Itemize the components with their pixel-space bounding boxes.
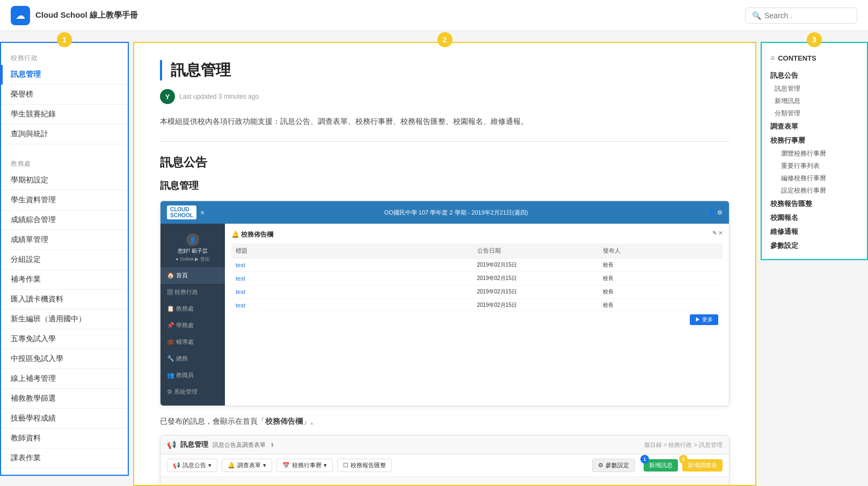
row3-author: 校長 — [603, 288, 718, 296]
toc-item-edit-calendar[interactable]: 編修校務行事曆 — [762, 172, 867, 185]
section-divider — [160, 141, 730, 142]
sub1-heading: 訊息管理 — [160, 179, 730, 192]
mockup2-btn-settings[interactable]: ⚙ 參數設定 — [592, 459, 635, 472]
main-content: 訊息管理 Y Last updated 3 minutes ago 本模組提供校… — [133, 42, 756, 486]
sidebar-section-1-label: 校務行政 — [1, 49, 128, 65]
settings-label: 參數設定 — [606, 461, 629, 469]
table-row: test 2019年02月15日 校長 — [231, 272, 723, 285]
toc-header: ≡ CONTENTS — [762, 49, 867, 69]
toc-item-important-events[interactable]: 重要行事列表 — [762, 160, 867, 172]
mockup1-teacher: 👥 教職員 — [161, 367, 225, 384]
toc-section-news[interactable]: 訊息公告 — [762, 69, 867, 83]
sidebar-item-vocational[interactable]: 技藝學程成績 — [1, 409, 128, 429]
toc-item-category[interactable]: 分類管理 — [762, 107, 867, 120]
mockup2-btn-announce[interactable]: 📢 訊息公告 ▾ — [167, 459, 217, 472]
avatar: Y — [160, 89, 175, 104]
row4-date: 2019年02月15日 — [477, 301, 593, 309]
mockup1-general: 🔧 總務 — [161, 350, 225, 367]
mockup2-btn-new-survey[interactable]: 新增調查表 — [682, 459, 723, 472]
mockup2-icon: 📢 — [167, 440, 176, 449]
toc-item-message-management[interactable]: 訊息管理 — [762, 83, 867, 95]
sidebar-item-grade-report[interactable]: 成績單管理 — [1, 230, 128, 250]
toc-section-repair[interactable]: 維修通報 — [762, 225, 867, 239]
calendar-dropdown: ▾ — [324, 462, 327, 469]
sidebar-item-five-year[interactable]: 五專免試入學 — [1, 329, 128, 349]
more-btn-row: ▶ 更多 — [231, 312, 723, 316]
badge-1: 1 — [57, 32, 72, 47]
mockup2-btn-report[interactable]: ☐ 校務報告匯整 — [337, 459, 392, 472]
more-btn[interactable]: ▶ 更多 — [690, 314, 718, 325]
table-row: test 2019年02月15日 校長 — [231, 299, 723, 312]
toc-section-report[interactable]: 校務報告匯整 — [762, 197, 867, 211]
toc-item-set-calendar[interactable]: 設定校務行事曆 — [762, 185, 867, 197]
mockup1-controls: 👤 ⚙ — [708, 209, 723, 216]
toc-item-browse-calendar[interactable]: 瀏覽校務行事曆 — [762, 148, 867, 160]
action-buttons: 新增訊息 1 新增調查表 2 — [644, 459, 723, 472]
sidebar-item-schedule[interactable]: 課表作業 — [1, 448, 128, 468]
sidebar-item-student-data[interactable]: 學生資料管理 — [1, 190, 128, 210]
header: ☁ Cloud School 線上教學手冊 🔍 — [0, 0, 868, 31]
sidebar-divider — [1, 144, 128, 155]
survey-dropdown: ▾ — [263, 462, 266, 469]
toc-section-calendar[interactable]: 校務行事曆 — [762, 134, 867, 148]
toc-section-params[interactable]: 參數設定 — [762, 239, 867, 253]
mockup2-btn-new-msg[interactable]: 新增訊息 — [644, 459, 678, 472]
sidebar-item-card-import[interactable]: 匯入讀卡機資料 — [1, 290, 128, 310]
row2-title: test — [236, 275, 466, 282]
description: 本模組提供校內各項行政功能支援：訊息公告、調查表單、校務行事曆、校務報告匯整、校… — [160, 115, 730, 128]
sidebar-item-zhongtou[interactable]: 中投區免試入學 — [1, 349, 128, 369]
toc-item-new-message[interactable]: 新增訊息 — [762, 95, 867, 107]
caption: 已發布的訊息，會顯示在首頁「校務佈告欄」。 — [160, 417, 730, 426]
row1-date: 2019年02月15日 — [477, 261, 593, 269]
mockup2-body: ... — [161, 477, 729, 486]
survey-icon: 🔔 — [228, 462, 235, 469]
mockup1-user: 👤 您好! 範子苡 ● Online ▶ 登出 — [161, 229, 225, 267]
sidebar-item-honor[interactable]: 榮譽榜 — [1, 85, 128, 105]
sidebar-item-message-management[interactable]: 訊息管理 — [1, 65, 128, 85]
search-input[interactable] — [764, 11, 850, 20]
sidebar-item-query[interactable]: 查詢與統計 — [1, 124, 128, 144]
report-icon: ☐ — [343, 462, 348, 469]
sidebar-item-online-exam[interactable]: 線上補考管理 — [1, 369, 128, 389]
mockup2-btn-calendar[interactable]: 📅 校務行事曆 ▾ — [276, 459, 333, 472]
row3-title: test — [236, 289, 466, 295]
calendar-label: 校務行事曆 — [292, 461, 322, 469]
mockup1-main: 🔔 校務佈告欄 ✎ ✕ 標題 公告日期 發布人 test 2019年02月15日 — [225, 224, 729, 406]
logo-icon: ☁ — [11, 6, 30, 25]
row1-author: 校長 — [603, 261, 718, 269]
toc-section-enroll[interactable]: 校園報名 — [762, 211, 867, 225]
sidebar-item-new-student[interactable]: 新生編班（適用國中） — [1, 310, 128, 329]
announce-icon: 📢 — [173, 462, 180, 469]
badge-3: 3 — [807, 32, 822, 47]
panels-wrapper: 1 校務行政 訊息管理 榮譽榜 學生競賽紀錄 查詢與統計 教務處 學期初設定 學… — [0, 31, 868, 486]
sidebar-section-2-label: 教務處 — [1, 155, 128, 171]
mockup1-admin: ▦ 校務行政 — [161, 284, 225, 300]
mockup2-btn-survey[interactable]: 🔔 調查表單 ▾ — [222, 459, 272, 472]
search-box[interactable]: 🔍 — [745, 8, 857, 24]
mockup2-subtitle: 訊息公告及調查表單 — [213, 441, 266, 449]
main-wrapper: 2 訊息管理 Y Last updated 3 minutes ago 本模組提… — [129, 42, 761, 486]
sidebar-item-group-settings[interactable]: 分組設定 — [1, 250, 128, 270]
toc-section-survey[interactable]: 調查表單 — [762, 120, 867, 134]
mockup2-upload-icon: ⬆ — [270, 442, 274, 448]
mockup1-counsel: 💼 輔導處 — [161, 334, 225, 350]
sidebar-item-teacher[interactable]: 教師資料 — [1, 429, 128, 448]
col-title: 標題 — [236, 247, 466, 255]
sidebar-item-remedial[interactable]: 補救教學篩選 — [1, 389, 128, 409]
mockup1-table-title: 🔔 校務佈告欄 ✎ ✕ — [231, 230, 723, 239]
mockup2-title: 訊息管理 — [180, 440, 208, 450]
announce-label: 訊息公告 — [183, 461, 206, 469]
row3-date: 2019年02月15日 — [477, 288, 593, 296]
mockup2: 📢 訊息管理 訊息公告及調查表單 ⬆ 服目錄 > 校務行政 > 訊息管理 📢 訊… — [160, 435, 730, 486]
table-row: test 2019年02月15日 校長 — [231, 259, 723, 272]
col-date: 公告日期 — [477, 247, 593, 255]
mockup1-academic: 📋 教務處 — [161, 300, 225, 317]
app-container: ☁ Cloud School 線上教學手冊 🔍 1 校務行政 訊息管理 榮譽榜 … — [0, 0, 868, 486]
search-icon: 🔍 — [752, 11, 761, 20]
sidebar-item-semester-init[interactable]: 學期初設定 — [1, 171, 128, 190]
sidebar-item-competition[interactable]: 學生競賽紀錄 — [1, 105, 128, 124]
row1-title: test — [236, 262, 466, 268]
sidebar-item-grade-management[interactable]: 成績綜合管理 — [1, 210, 128, 230]
sidebar-item-makeup-exam[interactable]: 補考作業 — [1, 270, 128, 290]
row4-author: 校長 — [603, 301, 718, 309]
